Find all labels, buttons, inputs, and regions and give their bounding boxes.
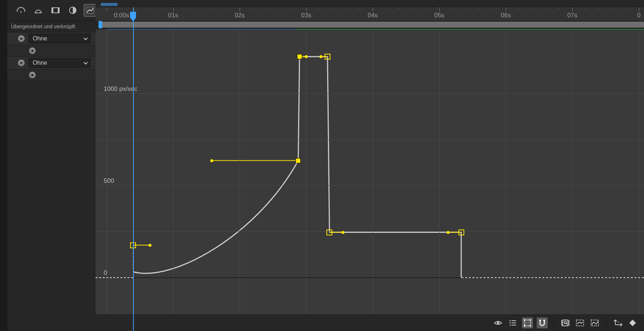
graph-editor-area: 0:00s01s02s03s04s05s06s07s0 1000 px/sec5…	[96, 0, 644, 331]
show-transform-box-icon[interactable]	[522, 317, 533, 328]
ruler-label: 04s	[368, 12, 378, 19]
ruler-bar[interactable]: 0:00s01s02s03s04s05s06s07s0	[96, 7, 644, 21]
keyframe-marker[interactable]	[325, 54, 330, 60]
svg-rect-3	[58, 8, 59, 13]
ruler-label: 0:00s	[114, 12, 129, 19]
parent-column-label: Übergeordnet und verknüpft	[11, 24, 75, 29]
keyframe-marker[interactable]	[297, 54, 302, 59]
pickwhip-icon[interactable]	[29, 71, 36, 79]
auto-zoom-icon[interactable]	[560, 317, 571, 328]
bezier-handle[interactable]	[305, 55, 308, 58]
chevron-down-icon	[83, 35, 88, 42]
layer-parent-row: Ohne	[7, 32, 96, 45]
separate-dimensions-icon[interactable]: x	[612, 317, 623, 328]
playhead[interactable]	[133, 7, 134, 331]
ruler-label: 05s	[434, 12, 444, 19]
work-area-row	[96, 21, 644, 30]
svg-rect-16	[512, 323, 516, 323]
pickwhip-icon[interactable]	[18, 59, 25, 67]
parent-dropdown-label: Ohne	[33, 60, 47, 66]
svg-rect-31	[576, 320, 584, 326]
speed-graph[interactable]: 1000 px/sec5000	[96, 29, 644, 315]
svg-rect-13	[509, 320, 511, 321]
ruler-label: 0	[637, 12, 640, 19]
bezier-handle[interactable]	[341, 231, 344, 234]
work-area-start-handle[interactable]	[99, 21, 102, 28]
layer-panel: Übergeordnet und verknüpft Ohne	[0, 0, 96, 331]
fit-all-icon[interactable]	[589, 317, 600, 328]
frame-blend-icon[interactable]	[50, 4, 61, 16]
separator	[554, 318, 554, 328]
layer-property-row	[7, 45, 96, 57]
ruler-label: 01s	[168, 12, 178, 19]
svg-rect-26	[563, 320, 568, 326]
bezier-handle[interactable]	[149, 244, 151, 247]
bezier-handle[interactable]	[210, 159, 213, 162]
svg-rect-17	[509, 325, 511, 325]
svg-rect-20	[524, 319, 525, 321]
graph-editor-footer: x	[96, 314, 644, 331]
shy-icon[interactable]	[15, 4, 27, 16]
y-axis-label: 0	[104, 269, 107, 277]
time-navigator-bar[interactable]	[101, 3, 118, 6]
svg-rect-25	[543, 320, 545, 321]
layer-parent-row: Ohne	[7, 57, 96, 70]
bezier-handle[interactable]	[319, 55, 322, 58]
svg-rect-18	[512, 325, 516, 325]
svg-rect-23	[530, 325, 531, 327]
svg-rect-21	[530, 319, 531, 321]
fit-selection-icon[interactable]	[575, 317, 586, 328]
svg-rect-24	[539, 320, 541, 321]
ruler-label: 03s	[301, 12, 311, 19]
ruler-label: 06s	[501, 12, 511, 19]
snap-icon[interactable]	[537, 317, 548, 328]
y-axis-label: 1000 px/sec	[104, 85, 137, 93]
svg-rect-14	[512, 320, 516, 321]
ruler-label: 07s	[567, 12, 577, 19]
svg-rect-2	[52, 8, 53, 13]
svg-rect-19	[525, 320, 530, 326]
parent-dropdown[interactable]: Ohne	[29, 34, 90, 43]
timeline-switches-toolbar	[7, 0, 96, 21]
pickwhip-icon[interactable]	[18, 35, 25, 42]
edit-keyframe-icon[interactable]	[627, 317, 638, 328]
chevron-down-icon	[83, 60, 88, 66]
speed-curve	[96, 29, 644, 315]
y-axis-label: 500	[104, 177, 114, 185]
parent-dropdown-label: Ohne	[33, 35, 47, 42]
panel-gutter	[0, 0, 7, 331]
motion-blur-icon[interactable]	[33, 4, 44, 16]
keyframe-marker[interactable]	[296, 158, 301, 163]
parent-dropdown[interactable]: Ohne	[29, 58, 90, 68]
keyframe-marker[interactable]	[458, 229, 464, 235]
svg-point-12	[497, 322, 499, 324]
adjustment-layer-icon[interactable]	[67, 4, 78, 16]
pickwhip-icon[interactable]	[29, 47, 36, 54]
parent-column-header: Übergeordnet und verknüpft	[7, 21, 96, 32]
svg-rect-15	[509, 323, 511, 323]
choose-properties-icon[interactable]	[507, 317, 518, 328]
svg-text:x: x	[618, 320, 619, 324]
keyframe-marker[interactable]	[326, 229, 332, 235]
playhead-handle[interactable]	[129, 11, 137, 22]
eye-icon[interactable]	[493, 317, 504, 328]
ruler-label: 02s	[235, 12, 244, 19]
svg-line-30	[566, 323, 567, 324]
graph-editor-icon[interactable]	[84, 4, 96, 16]
bezier-handle[interactable]	[447, 231, 450, 234]
separator	[606, 318, 607, 328]
work-area-bar[interactable]	[101, 22, 644, 28]
svg-rect-22	[524, 325, 525, 327]
layer-property-row	[7, 70, 96, 81]
time-ruler[interactable]: 0:00s01s02s03s04s05s06s07s0	[96, 0, 644, 21]
